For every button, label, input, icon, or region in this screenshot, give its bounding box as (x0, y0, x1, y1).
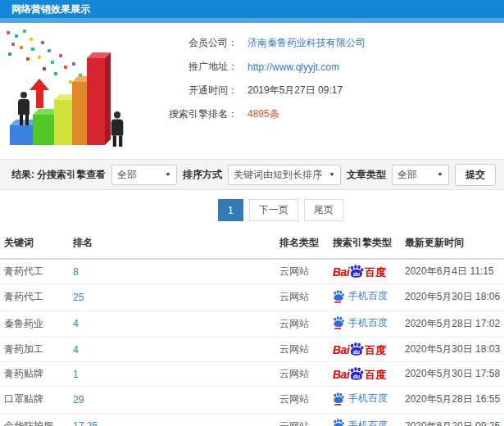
svg-text:du: du (353, 349, 360, 355)
baidu-mobile-paw-icon (333, 290, 344, 303)
engine-view-select[interactable]: 全部 ▼ (111, 165, 177, 185)
rank-link-cell[interactable]: 4 (69, 338, 275, 362)
keyword-cell: 膏药加工 (0, 338, 69, 362)
rank-link-cell[interactable]: 17,25 (69, 413, 275, 426)
engine-type-cell: 手机百度 (329, 387, 401, 414)
sort-label: 排序方式 (183, 168, 222, 182)
engine-type-cell: 手机百度 (329, 284, 401, 311)
opened-time-label: 开通时间： (141, 84, 238, 97)
svg-text:du: du (353, 374, 360, 379)
engine-type-cell: Bai du 百度 (329, 362, 401, 387)
company-label: 会员公司： (141, 36, 238, 50)
updated-time-cell: 2020年5月28日 16:55 (401, 387, 504, 414)
baidu-mobile-logo: 手机百度 (333, 419, 388, 426)
baidu-mobile-logo: 手机百度 (333, 316, 388, 330)
page-title: 网络营销效果展示 (11, 2, 90, 16)
businessman-figure (18, 92, 30, 125)
keyword-cell: 膏药贴牌 (0, 362, 69, 387)
caret-down-icon: ▼ (165, 171, 171, 177)
pagination: 1 下一页 尾页 (218, 199, 504, 221)
updated-time-cell: 2020年5月28日 17:02 (401, 310, 504, 338)
bar-chart-graphic (33, 115, 56, 145)
article-type-selected: 全部 (397, 168, 417, 182)
promo-url-label: 推广地址： (141, 60, 238, 74)
rank-type-cell: 云网站 (275, 259, 329, 284)
info-row-company: 会员公司： 济南秦鲁药业科技有限公司 (141, 31, 366, 55)
results-table: 关键词 排名 排名类型 搜索引擎类型 最新更新时间 膏药代工8云网站 Bai d… (0, 229, 504, 426)
header-rank: 排名 (69, 229, 275, 259)
engine-type-cell: Bai du 百度 (329, 338, 401, 362)
rank-link-cell[interactable]: 29 (69, 387, 275, 414)
keyword-cell: 金华防护服 (0, 413, 69, 426)
engine-rank-count: 4895条 (247, 107, 279, 121)
updated-time-cell: 2020年5月30日 18:06 (401, 284, 504, 311)
updated-time-cell: 2020年5月30日 18:03 (401, 338, 504, 362)
article-type-label: 文章类型 (347, 168, 386, 182)
baidu-paw-icon: du (349, 342, 364, 356)
keyword-cell: 秦鲁药业 (0, 310, 69, 338)
engine-rank-label: 搜索引擎排名： (141, 107, 238, 121)
rank-link-cell[interactable]: 1 (69, 362, 275, 387)
engine-view-label: 分搜索引擎查看 (37, 168, 106, 182)
rank-type-cell: 云网站 (275, 338, 329, 362)
bar-chart-graphic (87, 58, 105, 145)
info-row-engine-rank: 搜索引擎排名： 4895条 (141, 102, 366, 126)
header-rank-type: 排名类型 (275, 229, 329, 259)
caret-down-icon: ▼ (329, 171, 335, 177)
updated-time-cell: 2020年6月20日 09:25 (401, 413, 504, 426)
opened-time-value: 2019年5月27日 09:17 (247, 84, 343, 97)
result-label: 结果: (11, 168, 34, 182)
up-arrow-icon (30, 79, 49, 108)
rank-type-cell: 云网站 (275, 284, 329, 311)
baidu-pc-logo: Bai du 百度 (333, 265, 386, 278)
marketing-illustration (0, 23, 141, 147)
table-header-row: 关键词 排名 排名类型 搜索引擎类型 最新更新时间 (0, 229, 504, 259)
baidu-mobile-paw-icon (333, 392, 344, 406)
keyword-cell: 膏药代工 (0, 284, 69, 311)
table-row: 口罩贴牌29云网站 手机百度 2020年5月28日 16:55 (0, 387, 504, 414)
caret-down-icon: ▼ (437, 171, 443, 177)
baidu-paw-icon: du (349, 367, 364, 380)
filter-bar: 结果: 分搜索引擎查看 全部 ▼ 排序方式 关键词由短到长排序 ▼ 文章类型 全… (0, 159, 504, 190)
baidu-paw-icon: du (349, 265, 364, 278)
rank-link-cell[interactable]: 4 (69, 310, 275, 338)
bar-chart-graphic (10, 125, 34, 145)
header-engine-type: 搜索引擎类型 (329, 229, 401, 259)
header-keyword: 关键词 (0, 229, 69, 259)
rank-link-cell[interactable]: 25 (69, 284, 275, 311)
last-page-button[interactable]: 尾页 (304, 199, 343, 221)
table-row: 膏药代工25云网站 手机百度 2020年5月30日 18:06 (0, 284, 504, 311)
page-1-button[interactable]: 1 (218, 199, 243, 221)
baidu-mobile-logo: 手机百度 (333, 289, 388, 303)
rank-link-cell[interactable]: 8 (69, 259, 275, 284)
account-info-section: 会员公司： 济南秦鲁药业科技有限公司 推广地址： http://www.qlyy… (0, 23, 504, 147)
baidu-pc-logo: Bai du 百度 (333, 342, 386, 356)
promo-url-link[interactable]: http://www.qlyyjt.com (247, 61, 339, 73)
updated-time-cell: 2020年5月30日 17:58 (401, 362, 504, 387)
info-row-opened: 开通时间： 2019年5月27日 09:17 (141, 79, 366, 102)
baidu-mobile-paw-icon (333, 316, 344, 329)
keyword-cell: 口罩贴牌 (0, 387, 69, 414)
company-link[interactable]: 济南秦鲁药业科技有限公司 (247, 36, 366, 50)
baidu-mobile-logo: 手机百度 (333, 392, 388, 406)
baidu-pc-logo: Bai du 百度 (333, 367, 386, 380)
table-row: 秦鲁药业4云网站 手机百度 2020年5月28日 17:02 (0, 310, 504, 338)
businessman-figure (111, 111, 124, 147)
rank-type-cell: 云网站 (275, 387, 329, 414)
filter-controls: 分搜索引擎查看 全部 ▼ 排序方式 关键词由短到长排序 ▼ 文章类型 全部 ▼ … (37, 164, 496, 186)
sort-selected: 关键词由短到长排序 (234, 168, 322, 182)
next-page-button[interactable]: 下一页 (249, 199, 298, 221)
table-row: 金华防护服17,25云网站 手机百度 2020年6月20日 09:25 (0, 413, 504, 426)
sort-select[interactable]: 关键词由短到长排序 ▼ (228, 165, 341, 185)
table-row: 膏药代工8云网站 Bai du 百度 2020年6月4日 11:15 (0, 259, 504, 284)
baidu-mobile-paw-icon (333, 419, 344, 426)
submit-button[interactable]: 提交 (455, 164, 496, 186)
rank-type-cell: 云网站 (275, 310, 329, 338)
article-type-select[interactable]: 全部 ▼ (392, 165, 449, 185)
header-updated-time: 最新更新时间 (401, 229, 504, 259)
keyword-cell: 膏药代工 (0, 259, 69, 284)
title-bar: 网络营销效果展示 (0, 0, 504, 18)
engine-view-selected: 全部 (117, 168, 137, 182)
engine-type-cell: 手机百度 (329, 310, 401, 338)
confetti-graphic (7, 31, 10, 34)
